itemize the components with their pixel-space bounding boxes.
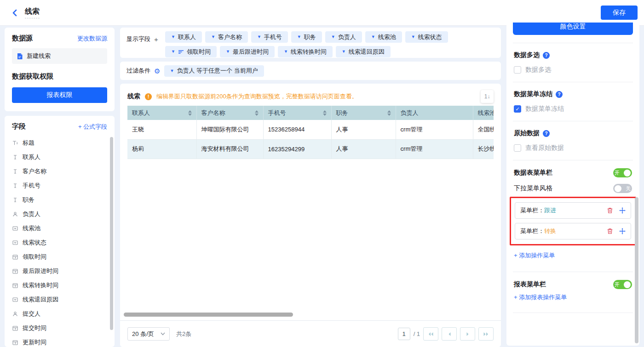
horizontal-scrollbar[interactable] bbox=[124, 313, 293, 317]
display-field-chip[interactable]: ▼线索退回原因 bbox=[336, 46, 391, 57]
add-formula-field-link[interactable]: + 公式字段 bbox=[78, 123, 107, 131]
column-header[interactable]: 负责人 bbox=[396, 106, 473, 120]
person-field-icon bbox=[12, 311, 18, 317]
chevron-down-icon: ▼ bbox=[411, 35, 415, 39]
color-settings-button[interactable]: 颜色设置 bbox=[513, 23, 633, 35]
field-item[interactable]: 联系人 bbox=[12, 150, 107, 164]
column-label: 联系人 bbox=[132, 109, 150, 117]
multi-select-title: 数据多选 bbox=[514, 51, 540, 59]
field-item[interactable]: 最后跟进时间 bbox=[12, 264, 107, 278]
row-sort-button[interactable]: 1↓ bbox=[481, 90, 494, 103]
dropdown-style-toggle[interactable]: 关 bbox=[613, 184, 632, 193]
display-field-chip[interactable]: ▼领取时间 bbox=[165, 46, 217, 57]
column-header[interactable]: 联系人 bbox=[127, 106, 196, 120]
raw-data-checkbox[interactable] bbox=[514, 144, 521, 152]
dropdown-style-label: 下拉菜单风格 bbox=[514, 184, 552, 193]
page-size-select[interactable]: 20 条/页 bbox=[127, 327, 170, 341]
table-footer: 20 条/页 共2条 1 / 1 bbox=[120, 320, 501, 347]
column-header[interactable]: 客户名称 bbox=[196, 106, 263, 120]
raw-data-title: 原始数据 bbox=[514, 129, 540, 137]
field-item[interactable]: 提交时间 bbox=[12, 321, 107, 335]
raw-data-option: 查看原始数据 bbox=[514, 144, 632, 152]
first-page-button[interactable] bbox=[423, 327, 438, 341]
datasource-title: 数据源 bbox=[12, 34, 33, 43]
display-field-chip[interactable]: ▼客户名称 bbox=[205, 31, 248, 43]
field-item[interactable]: 职务 bbox=[12, 193, 107, 207]
add-display-field-button[interactable]: + bbox=[154, 35, 158, 43]
field-item[interactable]: 更新时间 bbox=[12, 335, 107, 347]
table-cell: 坤曜国际有限公司 bbox=[196, 120, 263, 139]
chevron-right-icon bbox=[466, 332, 470, 336]
field-item[interactable]: 线索状态 bbox=[12, 235, 107, 250]
field-item[interactable]: 领取时间 bbox=[12, 250, 107, 264]
add-report-menu-link[interactable]: + 添加报表操作菜单 bbox=[514, 293, 567, 301]
app-root: 线索 保存 数据源 更改数据源 新建线索 数据获取权限 bbox=[0, 0, 644, 347]
chevron-down-icon: ▼ bbox=[170, 69, 174, 73]
column-header[interactable]: 线索池 bbox=[473, 106, 494, 120]
double-chevron-left-icon bbox=[428, 332, 434, 336]
display-field-chip[interactable]: ▼线索转换时间 bbox=[278, 46, 333, 57]
date-field-icon bbox=[12, 254, 18, 260]
column-header[interactable]: 职务 bbox=[331, 106, 396, 120]
settings-scrollbar[interactable] bbox=[635, 197, 638, 343]
sort-arrows-icon[interactable] bbox=[323, 110, 327, 116]
menu-freeze-option: ✓ 数据菜单冻结 bbox=[514, 105, 632, 113]
display-field-chip[interactable]: ▼职务 bbox=[291, 31, 322, 43]
field-item[interactable]: 线索转换时间 bbox=[12, 278, 107, 292]
help-icon[interactable]: ? bbox=[556, 91, 563, 98]
move-icon[interactable] bbox=[619, 207, 626, 214]
field-item[interactable]: 客户名称 bbox=[12, 164, 107, 178]
last-page-button[interactable] bbox=[478, 327, 494, 341]
save-button[interactable]: 保存 bbox=[601, 6, 638, 20]
sort-arrows-icon[interactable] bbox=[255, 110, 259, 116]
field-item[interactable]: 线索退回原因 bbox=[12, 292, 107, 307]
field-item[interactable]: 负责人 bbox=[12, 207, 107, 221]
multi-select-checkbox[interactable] bbox=[514, 66, 521, 74]
table-menu-toggle[interactable]: 开 bbox=[613, 168, 632, 177]
field-item[interactable]: 线索池 bbox=[12, 221, 107, 235]
help-icon[interactable]: ? bbox=[543, 130, 550, 137]
back-button[interactable] bbox=[9, 7, 20, 18]
field-item[interactable]: 提交人 bbox=[12, 307, 107, 321]
chevron-down-icon: ▼ bbox=[297, 35, 301, 39]
prev-page-button[interactable] bbox=[442, 327, 457, 341]
menu-freeze-checkbox[interactable]: ✓ bbox=[514, 105, 521, 113]
field-label: 标题 bbox=[23, 139, 34, 147]
field-label: 提交时间 bbox=[23, 324, 46, 332]
chevron-down-icon: ▼ bbox=[331, 35, 335, 39]
filter-condition-chip[interactable]: ▼ 负责人 等于任意一个 当前用户 bbox=[164, 65, 264, 77]
display-field-chip[interactable]: ▼联系人 bbox=[165, 31, 202, 43]
gear-icon[interactable]: ⚙ bbox=[154, 68, 160, 74]
chip-label: 联系人 bbox=[178, 33, 196, 41]
field-item[interactable]: 手机号 bbox=[12, 178, 107, 193]
chevron-down-icon: ▼ bbox=[342, 50, 346, 54]
select-field-icon bbox=[12, 226, 18, 231]
change-datasource-link[interactable]: 更改数据源 bbox=[77, 34, 107, 43]
sort-arrows-icon[interactable] bbox=[188, 110, 192, 116]
delete-icon[interactable] bbox=[607, 228, 613, 234]
display-field-chip[interactable]: ▼线索池 bbox=[365, 31, 402, 43]
delete-icon[interactable] bbox=[607, 207, 613, 214]
display-fields-label: 显示字段 bbox=[126, 35, 150, 43]
divider bbox=[513, 272, 633, 272]
left-sidebar: 数据源 更改数据源 新建线索 数据获取权限 报表权限 字段 + bbox=[5, 28, 115, 347]
next-page-button[interactable] bbox=[460, 327, 475, 341]
field-item[interactable]: 标题 bbox=[12, 136, 107, 150]
display-field-chip[interactable]: ▼最后跟进时间 bbox=[220, 46, 275, 57]
move-icon[interactable] bbox=[619, 228, 626, 234]
display-field-chip[interactable]: ▼负责人 bbox=[325, 31, 362, 43]
current-page-input[interactable]: 1 bbox=[398, 328, 410, 340]
fields-scrollbar[interactable] bbox=[110, 137, 113, 330]
table-cell: 16235294299 bbox=[263, 139, 331, 159]
column-header[interactable]: 手机号 bbox=[263, 106, 331, 120]
add-action-menu-link[interactable]: + 添加操作菜单 bbox=[514, 251, 555, 260]
datasource-item[interactable]: 新建线索 bbox=[12, 48, 107, 64]
report-menu-title: 报表菜单栏 bbox=[514, 280, 546, 289]
page-size-value: 20 条/页 bbox=[132, 330, 154, 338]
display-field-chip[interactable]: ▼线索状态 bbox=[405, 31, 448, 43]
display-field-chip[interactable]: ▼手机号 bbox=[251, 31, 288, 43]
help-icon[interactable]: ? bbox=[543, 52, 550, 59]
report-menu-toggle[interactable]: 开 bbox=[613, 280, 632, 289]
report-permission-button[interactable]: 报表权限 bbox=[12, 87, 107, 103]
sort-arrows-icon[interactable] bbox=[387, 110, 391, 116]
